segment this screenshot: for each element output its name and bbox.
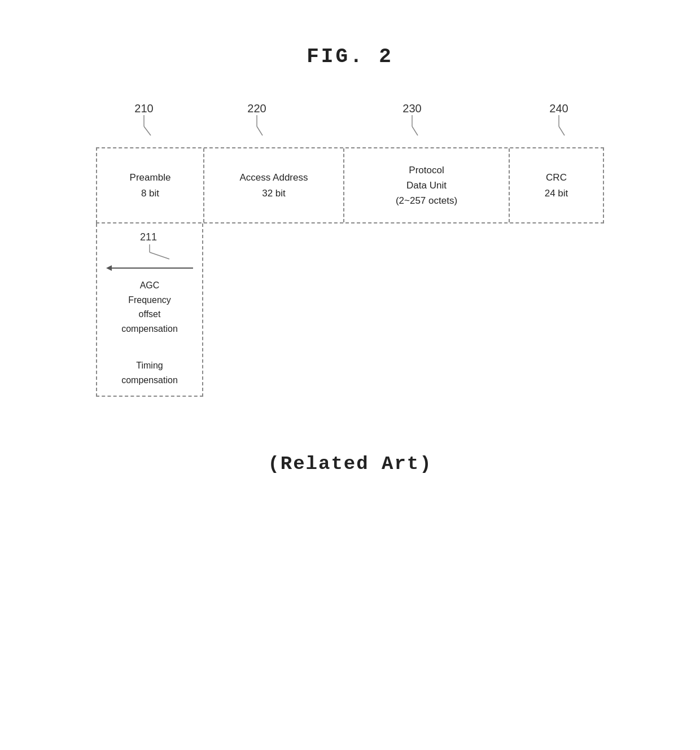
agc-line4: compensation xyxy=(121,324,178,334)
diagram-area: 210 220 230 xyxy=(96,102,604,397)
lower-section: 211 xyxy=(96,223,604,397)
crc-line2: 24 bit xyxy=(545,186,568,201)
related-art-label: (Related Art) xyxy=(268,453,432,475)
ref-230-label: 230 xyxy=(403,102,421,115)
svg-line-3 xyxy=(257,126,262,135)
pdu-line3: (2~257 octets) xyxy=(396,193,457,208)
ref-220-container: 220 xyxy=(246,102,268,138)
double-arrow xyxy=(106,264,193,273)
preamble-detail-box: 211 xyxy=(96,223,203,397)
ref-210-container: 210 xyxy=(133,102,155,138)
svg-line-7 xyxy=(559,126,565,135)
crc-line1: CRC xyxy=(546,170,567,185)
packet-cell-preamble: Preamble 8 bit xyxy=(97,148,204,222)
agc-text-block: AGC Frequency offset compensation xyxy=(102,278,198,336)
packet-table: Preamble 8 bit Access Address 32 bit Pro… xyxy=(96,147,604,223)
page-container: FIG. 2 210 220 230 xyxy=(0,0,700,750)
ref-230-container: 230 xyxy=(401,102,423,138)
ref-211-area: 211 xyxy=(102,231,198,273)
svg-line-9 xyxy=(150,252,169,259)
ref-210-label: 210 xyxy=(134,102,153,115)
access-line2: 32 bit xyxy=(262,186,286,201)
access-line1: Access Address xyxy=(240,170,308,185)
ref-211-label: 211 xyxy=(140,231,157,243)
timing-line2: compensation xyxy=(121,375,178,385)
agc-line3: offset xyxy=(139,309,161,319)
pdu-line2: Data Unit xyxy=(406,178,447,193)
packet-cell-access: Access Address 32 bit xyxy=(204,148,344,222)
timing-line1: Timing xyxy=(136,361,163,370)
ref-numbers-row: 210 220 230 xyxy=(96,102,604,147)
svg-line-1 xyxy=(144,126,151,135)
ref-240-label: 240 xyxy=(549,102,568,115)
agc-line2: Frequency xyxy=(128,295,171,305)
ref-211-number-row: 211 xyxy=(102,231,198,243)
ref-211-tick-area xyxy=(102,244,198,261)
timing-text-block: Timing compensation xyxy=(102,358,198,387)
ref-230-tick xyxy=(401,115,423,138)
pdu-line1: Protocol xyxy=(409,163,444,178)
preamble-line2: 8 bit xyxy=(141,186,159,201)
agc-line1: AGC xyxy=(140,280,160,290)
ref-220-label: 220 xyxy=(247,102,266,115)
ref-240-tick xyxy=(548,115,570,138)
arrow-svg xyxy=(106,264,193,273)
packet-cell-crc: CRC 24 bit xyxy=(510,148,603,222)
svg-marker-10 xyxy=(106,265,112,271)
packet-cell-pdu: Protocol Data Unit (2~257 octets) xyxy=(344,148,510,222)
preamble-line1: Preamble xyxy=(130,170,171,185)
figure-title: FIG. 2 xyxy=(307,45,393,68)
ref-210-tick xyxy=(133,115,155,138)
ref-220-tick xyxy=(246,115,268,138)
ref-211-tick-svg xyxy=(113,244,186,261)
empty-right-area xyxy=(203,223,604,397)
ref-240-container: 240 xyxy=(548,102,570,138)
svg-line-5 xyxy=(412,126,418,135)
